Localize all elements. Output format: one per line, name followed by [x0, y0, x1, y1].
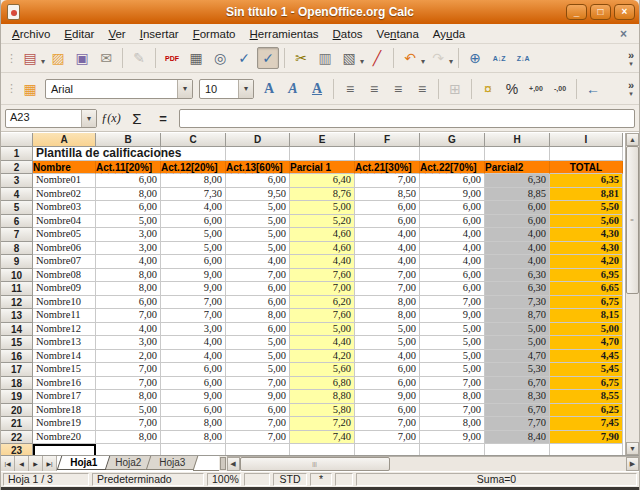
- row-header-9[interactable]: 9: [1, 255, 33, 269]
- column-label-cell[interactable]: Nombre: [33, 161, 96, 175]
- grade-cell[interactable]: 9,00: [420, 309, 485, 323]
- grade-cell[interactable]: 5,00: [226, 201, 290, 215]
- grade-cell[interactable]: 5,60: [550, 215, 623, 229]
- export-pdf-button[interactable]: PDF: [161, 47, 183, 69]
- column-header-C[interactable]: C: [161, 133, 226, 147]
- grade-cell[interactable]: 5,00: [161, 228, 226, 242]
- add-decimal-button[interactable]: +,00: [525, 78, 547, 100]
- grade-cell[interactable]: 5,30: [485, 363, 550, 377]
- grade-cell[interactable]: 8,00: [355, 296, 420, 310]
- column-header-B[interactable]: B: [96, 133, 161, 147]
- row-header-23[interactable]: 23: [1, 444, 33, 455]
- student-name-cell[interactable]: Nombre14: [33, 350, 96, 364]
- grade-cell[interactable]: 7,00: [96, 417, 161, 431]
- auto-spellcheck-button[interactable]: ✓: [257, 47, 279, 69]
- row-header-22[interactable]: 22: [1, 431, 33, 445]
- grade-cell[interactable]: 5,00: [226, 350, 290, 364]
- sheet-tab-hoja1[interactable]: Hoja1: [57, 456, 111, 470]
- decrease-indent-button[interactable]: ←: [582, 78, 604, 100]
- vertical-scroll-thumb[interactable]: =: [626, 146, 639, 294]
- student-name-cell[interactable]: Nombre19: [33, 417, 96, 431]
- grade-cell[interactable]: 6,40: [290, 174, 355, 188]
- grade-cell[interactable]: 8,00: [420, 417, 485, 431]
- grade-cell[interactable]: 7,30: [161, 188, 226, 202]
- formula-input[interactable]: [179, 109, 635, 128]
- grade-cell[interactable]: 4,00: [161, 201, 226, 215]
- empty-cell[interactable]: [355, 444, 420, 455]
- grade-cell[interactable]: 4,40: [290, 336, 355, 350]
- grade-cell[interactable]: 6,00: [161, 215, 226, 229]
- save-button[interactable]: ▣: [71, 47, 93, 69]
- grade-cell[interactable]: 5,00: [485, 336, 550, 350]
- grade-cell[interactable]: 9,00: [226, 390, 290, 404]
- row-header-12[interactable]: 12: [1, 296, 33, 310]
- menu-ayuda[interactable]: Ayuda: [426, 26, 472, 42]
- font-name-combo[interactable]: Arial ▾: [45, 79, 193, 99]
- empty-cell[interactable]: [226, 147, 290, 161]
- grade-cell[interactable]: 7,60: [290, 309, 355, 323]
- grade-cell[interactable]: 8,00: [96, 188, 161, 202]
- grade-cell[interactable]: 7,00: [226, 377, 290, 391]
- grade-cell[interactable]: 5,00: [290, 323, 355, 337]
- cut-button[interactable]: ✂: [290, 47, 312, 69]
- menu-archivo[interactable]: Archivo: [5, 26, 57, 42]
- new-dropdown-caret[interactable]: ▾: [41, 51, 45, 66]
- grade-cell[interactable]: 5,00: [420, 323, 485, 337]
- grade-cell[interactable]: 5,00: [550, 323, 623, 337]
- menu-editar[interactable]: Editar: [57, 26, 101, 42]
- grade-cell[interactable]: 8,00: [96, 390, 161, 404]
- row-header-13[interactable]: 13: [1, 309, 33, 323]
- grade-cell[interactable]: 7,00: [355, 174, 420, 188]
- grade-cell[interactable]: 7,00: [355, 269, 420, 283]
- row-header-17[interactable]: 17: [1, 363, 33, 377]
- menu-formato[interactable]: Formato: [186, 26, 243, 42]
- row-header-19[interactable]: 19: [1, 390, 33, 404]
- grade-cell[interactable]: 8,85: [485, 188, 550, 202]
- grade-cell[interactable]: 5,20: [290, 215, 355, 229]
- grade-cell[interactable]: 8,00: [226, 309, 290, 323]
- grade-cell[interactable]: 6,00: [226, 282, 290, 296]
- grade-cell[interactable]: 5,80: [290, 404, 355, 418]
- undo-dropdown-caret[interactable]: ▾: [421, 51, 425, 66]
- row-header-3[interactable]: 3: [1, 174, 33, 188]
- grade-cell[interactable]: 7,00: [161, 309, 226, 323]
- empty-cell[interactable]: [290, 444, 355, 455]
- grade-cell[interactable]: 4,00: [161, 350, 226, 364]
- scroll-left-button[interactable]: ◀: [227, 457, 240, 471]
- grade-cell[interactable]: 6,00: [485, 201, 550, 215]
- grade-cell[interactable]: 3,00: [96, 228, 161, 242]
- grade-cell[interactable]: 6,30: [485, 282, 550, 296]
- row-header-8[interactable]: 8: [1, 242, 33, 256]
- grade-cell[interactable]: 3,00: [96, 336, 161, 350]
- grade-cell[interactable]: 6,75: [550, 377, 623, 391]
- column-label-cell[interactable]: Act.12[20%]: [161, 161, 226, 175]
- scroll-down-button[interactable]: ▼: [626, 442, 639, 455]
- column-label-cell[interactable]: TOTAL: [550, 161, 623, 175]
- grade-cell[interactable]: 6,00: [355, 363, 420, 377]
- empty-cell[interactable]: [550, 147, 623, 161]
- grade-cell[interactable]: 6,75: [550, 296, 623, 310]
- currency-format-button[interactable]: ¤: [477, 78, 499, 100]
- grade-cell[interactable]: 7,00: [226, 431, 290, 445]
- grade-cell[interactable]: 9,00: [161, 269, 226, 283]
- grade-cell[interactable]: 6,00: [420, 215, 485, 229]
- row-header-16[interactable]: 16: [1, 350, 33, 364]
- grade-cell[interactable]: 5,00: [420, 350, 485, 364]
- spellcheck-button[interactable]: ✓: [233, 47, 255, 69]
- grade-cell[interactable]: 4,20: [290, 350, 355, 364]
- menu-ventana[interactable]: Ventana: [370, 26, 426, 42]
- grade-cell[interactable]: 6,00: [485, 215, 550, 229]
- paste-dropdown-caret[interactable]: ▾: [360, 51, 364, 66]
- grade-cell[interactable]: 5,45: [550, 363, 623, 377]
- grade-cell[interactable]: 6,00: [355, 201, 420, 215]
- grade-cell[interactable]: 9,00: [355, 390, 420, 404]
- grade-cell[interactable]: 5,00: [96, 215, 161, 229]
- email-button[interactable]: ✉: [95, 47, 117, 69]
- grade-cell[interactable]: 4,00: [355, 255, 420, 269]
- grade-cell[interactable]: 3,00: [161, 323, 226, 337]
- column-label-cell[interactable]: Act.13[60%]: [226, 161, 290, 175]
- font-name-dropdown-icon[interactable]: ▾: [177, 80, 192, 98]
- empty-cell[interactable]: [355, 147, 420, 161]
- grade-cell[interactable]: 7,00: [290, 282, 355, 296]
- grade-cell[interactable]: 4,00: [420, 242, 485, 256]
